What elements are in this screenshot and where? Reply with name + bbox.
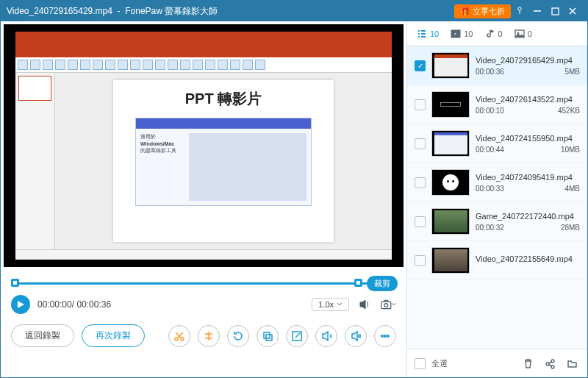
file-meta: Game_240722172440.mp400:00:3228MB — [476, 212, 580, 232]
tab-audio[interactable]: 0 — [480, 26, 508, 42]
file-item[interactable]: Video_240722155649.mp4 — [407, 241, 587, 280]
file-item[interactable]: Video_240724155950.mp400:00:4410MB — [407, 124, 587, 163]
inset-line: 的螢幕錄影工具 — [140, 147, 184, 154]
file-checkbox[interactable] — [415, 99, 426, 110]
list-icon — [417, 29, 427, 39]
audio-icon — [485, 29, 495, 39]
file-meta: Video_240724155950.mp400:00:4410MB — [476, 134, 580, 154]
file-duration: 00:00:44 — [476, 146, 504, 154]
export-audio-tool[interactable] — [315, 325, 337, 347]
image-icon — [514, 29, 525, 39]
file-duration: 00:00:10 — [476, 107, 504, 115]
gift-icon: 🎁 — [460, 7, 470, 16]
tab-count: 10 — [464, 29, 473, 38]
share-button[interactable] — [542, 355, 558, 371]
select-all-checkbox[interactable] — [415, 358, 426, 369]
file-item[interactable]: Video_240726143522.mp400:00:10452KB — [407, 85, 587, 124]
snapshot-button[interactable] — [380, 296, 396, 313]
svg-point-15 — [546, 363, 549, 365]
inset-line: Windows/Mac — [140, 141, 174, 146]
svg-point-0 — [518, 7, 521, 10]
more-tool[interactable] — [374, 325, 396, 347]
file-size: 28MB — [561, 224, 580, 232]
promo-badge[interactable]: 🎁 立享七折 — [454, 4, 511, 18]
delete-button[interactable] — [520, 355, 536, 371]
file-thumbnail — [431, 247, 470, 274]
window-title: Video_240729165429.mp4 - FonePaw 螢幕錄影大師 — [7, 5, 454, 18]
copy-tool[interactable] — [257, 325, 279, 347]
file-checkbox[interactable] — [415, 255, 426, 266]
file-name: Video_240722155649.mp4 — [476, 254, 580, 263]
trim-timeline[interactable]: 裁剪 — [11, 276, 396, 290]
filter-tabs: 10 10 0 0 — [407, 21, 587, 46]
file-meta: Video_240722155649.mp4 — [476, 254, 580, 266]
svg-point-3 — [384, 304, 388, 307]
volume-tool[interactable] — [345, 325, 367, 347]
file-size: 4MB — [564, 185, 580, 193]
file-size: 10MB — [561, 146, 580, 154]
tab-image[interactable]: 0 — [509, 26, 537, 42]
trim-button[interactable]: 裁剪 — [367, 276, 398, 291]
trim-handle-left[interactable] — [11, 279, 19, 287]
maximize-button[interactable] — [546, 2, 564, 20]
tab-count: 10 — [430, 29, 439, 38]
folder-button[interactable] — [564, 355, 580, 371]
record-again-button[interactable]: 再次錄製 — [82, 324, 145, 347]
current-time: 00:00:00 — [37, 299, 72, 310]
file-item[interactable]: Video_240729165429.mp400:00:365MB — [407, 46, 587, 85]
back-to-record-button[interactable]: 返回錄製 — [11, 324, 74, 347]
svg-point-10 — [384, 335, 386, 336]
help-icon[interactable] — [511, 2, 528, 20]
svg-rect-2 — [381, 302, 391, 308]
tab-all[interactable]: 10 — [412, 26, 444, 42]
file-size: 452KB — [558, 107, 580, 115]
svg-point-11 — [387, 335, 389, 336]
file-checkbox[interactable] — [415, 60, 426, 71]
file-thumbnail — [431, 208, 470, 235]
split-tool[interactable] — [198, 325, 220, 347]
file-size: 5MB — [564, 68, 580, 76]
file-checkbox[interactable] — [415, 216, 426, 227]
file-list: Video_240729165429.mp400:00:365MBVideo_2… — [407, 46, 587, 349]
close-button[interactable] — [564, 2, 581, 20]
trim-handle-right[interactable] — [354, 279, 362, 287]
file-item[interactable]: Video_240724095419.mp400:00:334MB — [407, 163, 587, 202]
edit-tool[interactable] — [286, 325, 308, 347]
svg-rect-6 — [264, 332, 270, 338]
slide-title: PPT 轉影片 — [185, 89, 262, 109]
timeline-area: 裁剪 — [1, 270, 406, 290]
minimize-button[interactable] — [528, 2, 546, 20]
cut-tool[interactable] — [168, 325, 190, 347]
file-item[interactable]: Game_240722172440.mp400:00:3228MB — [407, 202, 587, 241]
svg-rect-1 — [552, 8, 559, 15]
app-name: FonePaw 螢幕錄影大師 — [125, 6, 218, 16]
tab-count: 0 — [498, 29, 503, 38]
file-thumbnail — [431, 130, 470, 157]
chevron-down-icon — [337, 302, 343, 307]
current-file: Video_240729165429.mp4 — [7, 6, 112, 16]
file-thumbnail — [431, 52, 470, 79]
tab-video[interactable]: 10 — [445, 26, 478, 42]
select-all-label: 全選 — [431, 358, 448, 369]
file-name: Video_240724095419.mp4 — [476, 173, 580, 182]
file-name: Video_240726143522.mp4 — [476, 95, 580, 104]
file-thumbnail — [431, 91, 470, 118]
file-name: Video_240729165429.mp4 — [476, 56, 580, 65]
total-time: 00:00:36 — [76, 299, 111, 310]
file-name: Game_240722172440.mp4 — [476, 212, 580, 221]
volume-button[interactable] — [356, 296, 373, 313]
file-name: Video_240724155950.mp4 — [476, 134, 580, 143]
file-checkbox[interactable] — [415, 138, 426, 149]
title-bar: Video_240729165429.mp4 - FonePaw 螢幕錄影大師 … — [1, 1, 587, 21]
file-checkbox[interactable] — [415, 177, 426, 188]
video-preview[interactable]: PPT 轉影片 適用於 Windows/Mac 的螢幕錄影工具 — [4, 24, 404, 267]
file-duration: 00:00:32 — [476, 224, 504, 232]
speed-value: 1.0x — [318, 300, 334, 309]
rotate-tool[interactable] — [227, 325, 249, 347]
time-display: 00:00:00/ 00:00:36 — [37, 299, 111, 310]
list-footer: 全選 — [407, 349, 587, 377]
preview-content: PPT 轉影片 適用於 Windows/Mac 的螢幕錄影工具 — [15, 32, 391, 260]
file-duration: 00:00:33 — [476, 185, 504, 193]
play-button[interactable] — [11, 295, 30, 314]
speed-selector[interactable]: 1.0x — [312, 298, 349, 311]
